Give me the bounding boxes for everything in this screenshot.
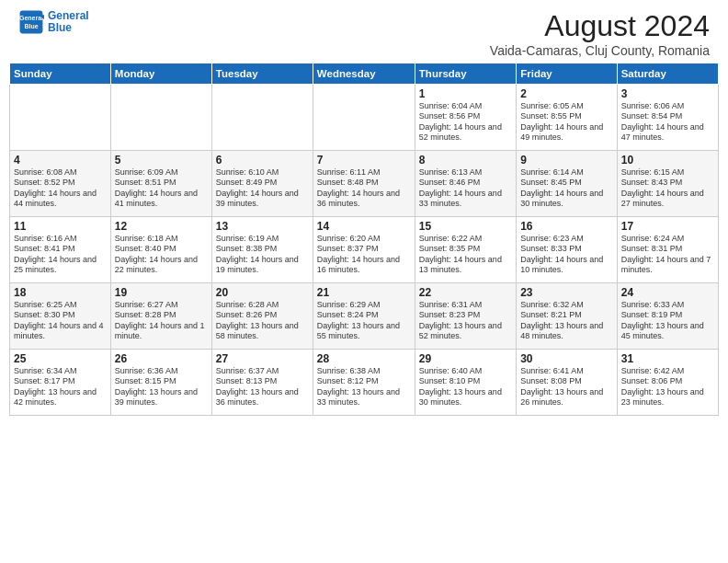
day-info: Sunset: 8:48 PM (317, 178, 411, 188)
calendar-cell: 14Sunrise: 6:20 AMSunset: 8:37 PMDayligh… (313, 217, 415, 283)
calendar-cell (110, 85, 211, 151)
day-number: 23 (520, 286, 613, 299)
day-info: Sunset: 8:28 PM (115, 310, 208, 320)
day-info: Sunset: 8:54 PM (621, 111, 714, 121)
day-info: Daylight: 14 hours and 25 minutes. (14, 255, 107, 276)
day-info: Sunrise: 6:28 AM (216, 300, 309, 310)
day-info: Sunrise: 6:40 AM (419, 366, 512, 376)
day-number: 28 (317, 352, 411, 365)
day-info: Daylight: 14 hours and 4 minutes. (14, 321, 107, 342)
calendar-week-3: 18Sunrise: 6:25 AMSunset: 8:30 PMDayligh… (10, 283, 719, 350)
day-info: Sunset: 8:41 PM (14, 244, 107, 254)
day-info: Sunrise: 6:18 AM (115, 234, 208, 244)
day-number: 25 (14, 352, 107, 365)
page-subtitle: Vaida-Camaras, Cluj County, Romania (490, 43, 710, 58)
calendar-cell: 23Sunrise: 6:32 AMSunset: 8:21 PMDayligh… (517, 283, 618, 350)
day-number: 26 (115, 352, 208, 365)
day-number: 22 (419, 286, 512, 299)
day-info: Daylight: 13 hours and 26 minutes. (520, 387, 613, 408)
day-info: Sunset: 8:12 PM (317, 376, 411, 386)
calendar-cell: 8Sunrise: 6:13 AMSunset: 8:46 PMDaylight… (415, 151, 516, 217)
calendar-cell: 21Sunrise: 6:29 AMSunset: 8:24 PMDayligh… (313, 283, 415, 350)
calendar-week-2: 11Sunrise: 6:16 AMSunset: 8:41 PMDayligh… (10, 217, 719, 283)
day-info: Sunrise: 6:37 AM (216, 366, 309, 376)
day-info: Daylight: 14 hours and 41 minutes. (115, 189, 208, 210)
day-number: 15 (419, 220, 512, 233)
day-info: Daylight: 13 hours and 42 minutes. (14, 387, 107, 408)
svg-text:Blue: Blue (24, 23, 38, 29)
day-info: Sunset: 8:49 PM (216, 178, 309, 188)
day-number: 30 (520, 352, 613, 365)
day-info: Sunrise: 6:04 AM (419, 101, 512, 111)
day-info: Sunset: 8:52 PM (14, 178, 107, 188)
day-info: Sunrise: 6:11 AM (317, 167, 411, 178)
calendar-cell: 31Sunrise: 6:42 AMSunset: 8:06 PMDayligh… (617, 350, 718, 416)
calendar-cell: 17Sunrise: 6:24 AMSunset: 8:31 PMDayligh… (617, 217, 718, 283)
day-info: Daylight: 14 hours and 13 minutes. (419, 255, 512, 276)
column-header-wednesday: Wednesday (313, 63, 415, 85)
day-info: Sunset: 8:06 PM (621, 376, 714, 386)
calendar-cell: 7Sunrise: 6:11 AMSunset: 8:48 PMDaylight… (313, 151, 415, 217)
day-number: 1 (419, 87, 512, 100)
day-info: Sunrise: 6:14 AM (520, 167, 613, 178)
calendar: SundayMondayTuesdayWednesdayThursdayFrid… (9, 63, 719, 416)
day-info: Daylight: 14 hours and 27 minutes. (621, 189, 714, 210)
day-number: 6 (216, 154, 309, 167)
column-header-tuesday: Tuesday (211, 63, 313, 85)
day-info: Daylight: 14 hours and 10 minutes. (520, 255, 613, 276)
day-info: Sunrise: 6:27 AM (115, 300, 208, 310)
day-info: Sunset: 8:10 PM (419, 376, 512, 386)
day-info: Sunrise: 6:22 AM (419, 234, 512, 244)
day-info: Sunrise: 6:06 AM (621, 101, 714, 111)
day-info: Sunrise: 6:10 AM (216, 167, 309, 178)
day-number: 13 (216, 220, 309, 233)
calendar-cell (211, 85, 313, 151)
day-number: 2 (520, 87, 613, 100)
day-number: 17 (621, 220, 714, 233)
day-number: 5 (115, 154, 208, 167)
day-info: Sunrise: 6:32 AM (520, 300, 613, 310)
day-info: Daylight: 13 hours and 23 minutes. (621, 387, 714, 408)
day-info: Sunrise: 6:34 AM (14, 366, 107, 376)
day-info: Daylight: 13 hours and 30 minutes. (419, 387, 512, 408)
day-info: Daylight: 14 hours and 16 minutes. (317, 255, 411, 276)
day-info: Sunset: 8:33 PM (520, 244, 613, 254)
day-number: 11 (14, 220, 107, 233)
day-info: Sunrise: 6:05 AM (520, 101, 613, 111)
calendar-cell: 3Sunrise: 6:06 AMSunset: 8:54 PMDaylight… (617, 85, 718, 151)
calendar-cell (10, 85, 111, 151)
calendar-cell: 4Sunrise: 6:08 AMSunset: 8:52 PMDaylight… (10, 151, 111, 217)
day-info: Sunrise: 6:41 AM (520, 366, 613, 376)
calendar-week-1: 4Sunrise: 6:08 AMSunset: 8:52 PMDaylight… (10, 151, 719, 217)
day-info: Sunrise: 6:09 AM (115, 167, 208, 178)
calendar-week-4: 25Sunrise: 6:34 AMSunset: 8:17 PMDayligh… (10, 350, 719, 416)
calendar-cell: 25Sunrise: 6:34 AMSunset: 8:17 PMDayligh… (10, 350, 111, 416)
day-info: Sunrise: 6:23 AM (520, 234, 613, 244)
calendar-cell: 18Sunrise: 6:25 AMSunset: 8:30 PMDayligh… (10, 283, 111, 350)
day-number: 7 (317, 154, 411, 167)
calendar-cell: 28Sunrise: 6:38 AMSunset: 8:12 PMDayligh… (313, 350, 415, 416)
day-info: Daylight: 13 hours and 52 minutes. (419, 321, 512, 342)
column-header-saturday: Saturday (617, 63, 718, 85)
day-number: 16 (520, 220, 613, 233)
calendar-cell: 29Sunrise: 6:40 AMSunset: 8:10 PMDayligh… (415, 350, 516, 416)
header-row: SundayMondayTuesdayWednesdayThursdayFrid… (10, 63, 719, 85)
calendar-cell: 1Sunrise: 6:04 AMSunset: 8:56 PMDaylight… (415, 85, 516, 151)
calendar-header: SundayMondayTuesdayWednesdayThursdayFrid… (10, 63, 719, 85)
day-info: Sunset: 8:30 PM (14, 310, 107, 320)
day-info: Sunset: 8:23 PM (419, 310, 512, 320)
calendar-cell: 20Sunrise: 6:28 AMSunset: 8:26 PMDayligh… (211, 283, 313, 350)
calendar-cell: 16Sunrise: 6:23 AMSunset: 8:33 PMDayligh… (517, 217, 618, 283)
day-info: Daylight: 14 hours and 47 minutes. (621, 122, 714, 144)
logo: General Blue General Blue (18, 9, 89, 35)
day-info: Daylight: 13 hours and 45 minutes. (621, 321, 714, 342)
logo-text-blue: Blue (48, 22, 89, 34)
day-info: Sunrise: 6:42 AM (621, 366, 714, 376)
day-number: 14 (317, 220, 411, 233)
day-info: Sunset: 8:51 PM (115, 178, 208, 188)
day-info: Sunrise: 6:25 AM (14, 300, 107, 310)
day-info: Sunset: 8:35 PM (419, 244, 512, 254)
day-info: Sunset: 8:21 PM (520, 310, 613, 320)
day-info: Daylight: 14 hours and 39 minutes. (216, 189, 309, 210)
column-header-monday: Monday (110, 63, 211, 85)
